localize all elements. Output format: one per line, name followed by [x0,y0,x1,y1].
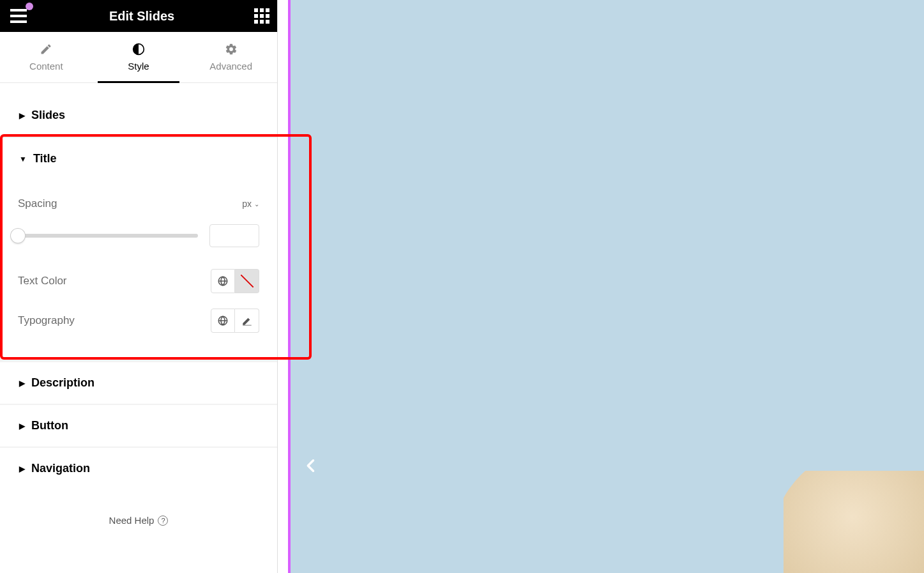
help-icon: ? [158,516,168,526]
help-label: Need Help [109,515,155,526]
section-button[interactable]: ▶ Button [0,405,277,447]
gear-icon [225,43,238,56]
spacing-slider[interactable] [18,234,198,238]
section-navigation[interactable]: ▶ Navigation [0,448,277,489]
spacing-unit-select[interactable]: px ⌄ [242,199,259,209]
caret-down-icon: ▼ [19,155,27,164]
tab-content[interactable]: Content [0,32,93,82]
pencil-icon [241,315,253,326]
slider-thumb[interactable] [11,229,25,243]
section-description[interactable]: ▶ Description [0,362,277,404]
topbar: Edit Slides [0,0,277,32]
tab-label: Style [128,61,149,72]
chevron-left-icon [302,457,320,475]
textcolor-buttons [211,269,259,293]
tab-label: Content [29,61,63,72]
typography-label: Typography [18,314,75,327]
canvas-preview[interactable] [288,0,924,573]
section-label: Slides [31,109,65,122]
tabs: Content Style Advanced [0,32,277,83]
unit-value: px [242,199,252,209]
caret-right-icon: ▶ [19,422,25,431]
globe-icon [217,275,229,287]
tab-label: Advanced [209,61,252,72]
spacing-input[interactable] [209,224,259,247]
tab-style[interactable]: Style [93,32,185,82]
pencil-icon [40,43,52,56]
section-label: Description [31,376,95,390]
section-title-body: Spacing px ⌄ Text Color [0,197,277,358]
slider-prev-button[interactable] [302,456,320,480]
global-color-button[interactable] [211,269,235,293]
spacing-control: Spacing px ⌄ [18,197,259,210]
chevron-down-icon: ⌄ [254,201,259,208]
caret-right-icon: ▶ [19,464,25,473]
section-label: Title [33,152,57,165]
notification-dot-icon [26,3,33,10]
section-title[interactable]: ▼ Title [0,137,277,180]
slide-image-corner [784,471,924,573]
global-typography-button[interactable] [211,309,235,333]
contrast-icon [132,43,145,56]
section-label: Button [31,419,68,432]
edit-typography-button[interactable] [235,309,259,333]
typography-buttons [211,309,259,333]
caret-right-icon: ▶ [19,111,25,120]
spacing-slider-row [18,224,259,247]
globe-icon [217,315,229,326]
spacing-label: Spacing [18,197,57,210]
help-link[interactable]: Need Help ? [0,489,277,530]
textcolor-control: Text Color [18,269,259,293]
tab-advanced[interactable]: Advanced [185,32,277,82]
caret-right-icon: ▶ [19,379,25,388]
typography-control: Typography [18,309,259,333]
panel-title: Edit Slides [109,9,174,24]
color-swatch-button[interactable] [235,269,259,293]
section-label: Navigation [31,462,90,475]
menu-button[interactable] [8,6,29,26]
textcolor-label: Text Color [18,275,67,287]
section-slides[interactable]: ▶ Slides [0,95,277,136]
widgets-grid-button[interactable] [254,8,269,24]
panel-body: ▶ Slides ▼ Title Spacing px ⌄ [0,83,277,573]
editor-sidebar: Edit Slides Content Style Advanced ▶ Sli… [0,0,278,573]
none-color-icon [241,275,254,287]
